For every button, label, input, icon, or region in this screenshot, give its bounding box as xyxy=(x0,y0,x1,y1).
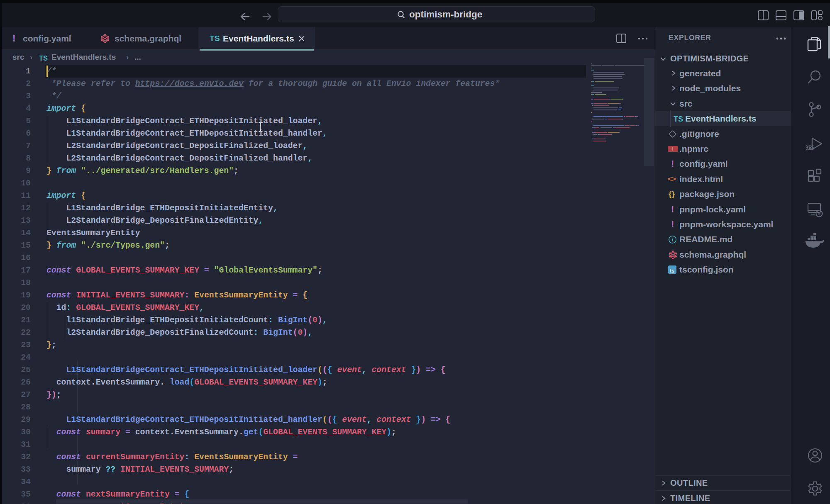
svg-text:i: i xyxy=(672,236,674,243)
